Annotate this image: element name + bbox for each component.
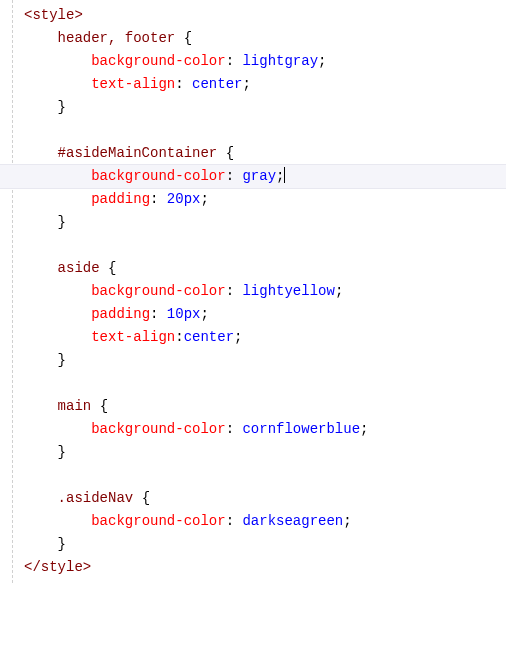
colon: : bbox=[226, 421, 234, 437]
code-line[interactable]: padding: 10px; bbox=[0, 303, 506, 326]
css-selector: .asideNav bbox=[58, 490, 134, 506]
css-value: 10px bbox=[167, 306, 201, 322]
css-property: text-align bbox=[91, 76, 175, 92]
code-line[interactable]: <style> bbox=[0, 4, 506, 27]
code-line[interactable] bbox=[0, 372, 506, 395]
css-selector: #asideMainContainer bbox=[58, 145, 218, 161]
code-line[interactable]: } bbox=[0, 349, 506, 372]
semicolon: ; bbox=[276, 168, 284, 184]
code-editor[interactable]: <style> header, footer { background-colo… bbox=[0, 0, 506, 583]
code-line[interactable]: background-color: lightyellow; bbox=[0, 280, 506, 303]
css-property: background-color bbox=[91, 168, 225, 184]
semicolon: ; bbox=[234, 329, 242, 345]
semicolon: ; bbox=[200, 306, 208, 322]
code-line[interactable]: background-color: cornflowerblue; bbox=[0, 418, 506, 441]
css-value: gray bbox=[242, 168, 276, 184]
code-line[interactable]: background-color: darkseagreen; bbox=[0, 510, 506, 533]
brace-close: } bbox=[58, 214, 66, 230]
colon: : bbox=[226, 53, 234, 69]
css-property: background-color bbox=[91, 53, 225, 69]
css-property: text-align bbox=[91, 329, 175, 345]
brace-close: } bbox=[58, 352, 66, 368]
code-line[interactable]: } bbox=[0, 533, 506, 556]
code-line[interactable]: </style> bbox=[0, 556, 506, 579]
code-line[interactable]: #asideMainContainer { bbox=[0, 142, 506, 165]
code-line[interactable]: header, footer { bbox=[0, 27, 506, 50]
code-line[interactable]: } bbox=[0, 96, 506, 119]
code-line[interactable]: .asideNav { bbox=[0, 487, 506, 510]
colon: : bbox=[150, 191, 158, 207]
css-property: background-color bbox=[91, 283, 225, 299]
css-property: padding bbox=[91, 306, 150, 322]
code-line[interactable] bbox=[0, 119, 506, 142]
brace-open: { bbox=[108, 260, 116, 276]
colon: : bbox=[175, 329, 183, 345]
code-line[interactable]: } bbox=[0, 441, 506, 464]
style-open-tag: <style> bbox=[24, 7, 83, 23]
semicolon: ; bbox=[335, 283, 343, 299]
semicolon: ; bbox=[360, 421, 368, 437]
code-line[interactable]: padding: 20px; bbox=[0, 188, 506, 211]
css-value: 20px bbox=[167, 191, 201, 207]
css-value: center bbox=[192, 76, 242, 92]
colon: : bbox=[226, 168, 234, 184]
code-line[interactable] bbox=[0, 464, 506, 487]
code-line[interactable]: background-color: gray; bbox=[0, 164, 506, 189]
brace-close: } bbox=[58, 536, 66, 552]
colon: : bbox=[226, 283, 234, 299]
brace-open: { bbox=[226, 145, 234, 161]
brace-open: { bbox=[142, 490, 150, 506]
css-selector: header, footer bbox=[58, 30, 176, 46]
brace-close: } bbox=[58, 444, 66, 460]
css-value: lightyellow bbox=[242, 283, 334, 299]
code-line[interactable]: } bbox=[0, 211, 506, 234]
css-property: background-color bbox=[91, 421, 225, 437]
css-property: background-color bbox=[91, 513, 225, 529]
semicolon: ; bbox=[242, 76, 250, 92]
css-selector: main bbox=[58, 398, 92, 414]
brace-open: { bbox=[100, 398, 108, 414]
brace-close: } bbox=[58, 99, 66, 115]
style-close-tag: </style> bbox=[24, 559, 91, 575]
code-line[interactable]: text-align:center; bbox=[0, 326, 506, 349]
css-value: center bbox=[184, 329, 234, 345]
colon: : bbox=[175, 76, 183, 92]
css-value: darkseagreen bbox=[242, 513, 343, 529]
css-value: lightgray bbox=[242, 53, 318, 69]
code-line[interactable]: background-color: lightgray; bbox=[0, 50, 506, 73]
code-line[interactable]: main { bbox=[0, 395, 506, 418]
colon: : bbox=[226, 513, 234, 529]
code-line[interactable]: text-align: center; bbox=[0, 73, 506, 96]
semicolon: ; bbox=[318, 53, 326, 69]
css-value: cornflowerblue bbox=[242, 421, 360, 437]
code-line[interactable]: aside { bbox=[0, 257, 506, 280]
css-property: padding bbox=[91, 191, 150, 207]
colon: : bbox=[150, 306, 158, 322]
css-selector: aside bbox=[58, 260, 100, 276]
semicolon: ; bbox=[343, 513, 351, 529]
semicolon: ; bbox=[200, 191, 208, 207]
code-line[interactable] bbox=[0, 234, 506, 257]
text-caret bbox=[284, 167, 285, 183]
brace-open: { bbox=[184, 30, 192, 46]
